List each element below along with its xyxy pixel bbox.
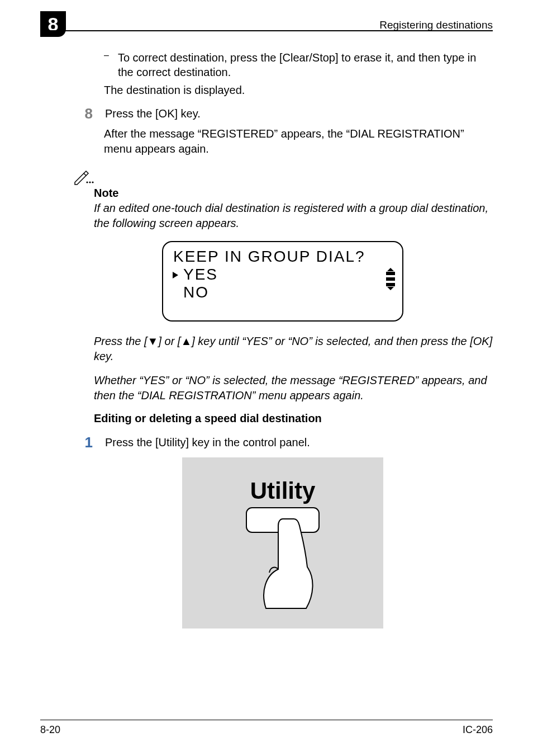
step-number-8: 8 <box>73 106 93 121</box>
svg-rect-7 <box>386 283 395 286</box>
footer-page-number: 8-20 <box>40 724 60 736</box>
footer-rule <box>40 720 493 720</box>
svg-point-1 <box>89 181 91 183</box>
svg-marker-5 <box>387 268 394 271</box>
svg-point-2 <box>92 181 93 183</box>
utility-illustration: Utility <box>182 457 383 629</box>
down-triangle-icon: ▼ <box>147 335 159 347</box>
lcd-yes-text: YES <box>183 266 218 284</box>
down-page-icon <box>386 282 396 290</box>
chapter-number-badge: 8 <box>40 11 66 37</box>
note2a-mid1: ] or [ <box>158 335 180 347</box>
lcd-yes-row: YES <box>171 266 394 284</box>
up-page-icon <box>386 268 396 276</box>
svg-marker-8 <box>387 287 394 290</box>
footer-model: IC-206 <box>463 724 493 736</box>
lcd-no-row: NO <box>171 284 394 301</box>
note-heading: Note <box>94 187 493 200</box>
up-triangle-icon: ▲ <box>180 335 192 347</box>
correction-bullet-text: To correct destination, press the [Clear… <box>118 50 493 79</box>
destination-displayed-line: The destination is displayed. <box>104 83 493 97</box>
step-number-1: 1 <box>73 435 93 450</box>
mid-bar-icon <box>386 277 396 281</box>
lcd-no-text: NO <box>183 284 209 301</box>
note-section: Note If an edited one-touch dial destina… <box>73 169 493 231</box>
section-heading: Editing or deleting a speed dial destina… <box>94 412 493 425</box>
lcd-line-1: KEEP IN GROUP DIAL? <box>171 248 394 266</box>
step-8-after: After the message “REGISTERED” appears, … <box>104 126 493 157</box>
svg-marker-3 <box>173 272 178 278</box>
dash-icon: – <box>104 50 109 79</box>
utility-svg <box>182 457 383 629</box>
svg-rect-6 <box>386 277 395 281</box>
correction-bullet: – To correct destination, press the [Cle… <box>104 50 493 79</box>
note2a: Press the [▼] or [▲] key until “YES” or … <box>94 334 493 364</box>
step-1-text: Press the [Utility] key in the control p… <box>105 435 493 450</box>
page: 8 Registering destinations – To correct … <box>0 0 533 756</box>
note2b: Whether “YES” or “NO” is selected, the m… <box>94 373 493 403</box>
note-icon-row <box>73 169 493 186</box>
step-8-text: Press the [OK] key. <box>105 106 493 121</box>
arrow-right-icon <box>171 266 181 284</box>
content-area: – To correct destination, press the [Cle… <box>73 50 493 636</box>
running-header: Registering destinations <box>379 19 493 31</box>
header-rule <box>40 30 493 31</box>
svg-rect-4 <box>386 272 395 275</box>
note-body: If an edited one-touch dial destination … <box>94 201 493 231</box>
lcd-corner-icons <box>386 268 397 291</box>
svg-point-0 <box>86 181 88 183</box>
step-8-row: 8 Press the [OK] key. <box>73 106 493 121</box>
lcd-line-1-text: KEEP IN GROUP DIAL? <box>173 248 365 266</box>
step-1-row: 1 Press the [Utility] key in the control… <box>73 435 493 450</box>
note-pencil-icon <box>73 169 95 186</box>
note2a-prefix: Press the [ <box>94 335 147 347</box>
lcd-screen: KEEP IN GROUP DIAL? YES NO <box>162 241 403 322</box>
